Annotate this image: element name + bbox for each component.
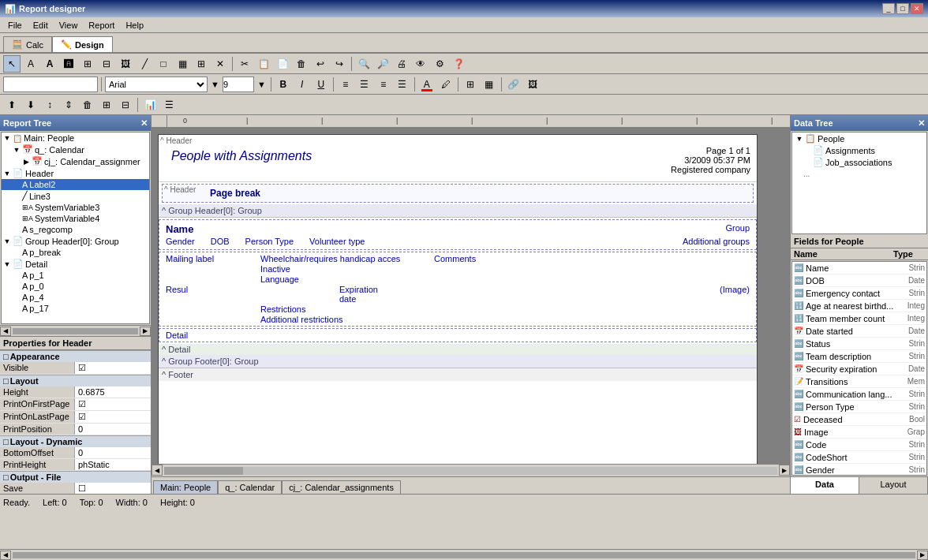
ungroup-button[interactable]: ⊟ <box>117 96 134 114</box>
tree-node-p1[interactable]: A p_1 <box>2 270 149 281</box>
detail-body-section[interactable]: Mailing label Wheelchair/requires handic… <box>159 252 757 327</box>
preview-button[interactable]: 👁 <box>412 55 429 73</box>
report-tree-close[interactable]: ✕ <box>140 118 148 129</box>
field-row-deceased[interactable]: ☑ Deceased Bool <box>792 413 926 426</box>
tree-node-pbreak[interactable]: A p_break <box>2 247 149 258</box>
props-section-appearance[interactable]: □ Appearance <box>0 350 151 362</box>
menu-edit[interactable]: Edit <box>28 20 53 31</box>
align-left-button[interactable]: ≡ <box>337 76 354 93</box>
delete-row-button[interactable]: 🗑 <box>79 96 96 114</box>
canvas-hscroll[interactable]: ◀ ▶ <box>152 464 790 476</box>
calendar-section[interactable]: Detail <box>159 328 757 342</box>
props-section-output[interactable]: □ Output - File <box>0 471 151 483</box>
table-tool-button[interactable]: ▦ <box>174 55 191 73</box>
tree-scroll-left[interactable]: ◀ <box>0 327 11 336</box>
align-top-button[interactable]: ⬆ <box>3 96 21 114</box>
field-row-codeshort[interactable]: 🔤 CodeShort Strin <box>792 451 926 464</box>
border-button[interactable]: ⊞ <box>462 76 479 93</box>
props-value-printlast[interactable]: ☑ <box>75 411 151 423</box>
props-value-height[interactable]: 0.6875 <box>75 386 151 398</box>
text-tool-button[interactable]: A <box>22 55 39 73</box>
highlight-button[interactable]: 🖊 <box>437 76 455 93</box>
fields-area[interactable]: 🔤 Name Strin 🔤 DOB Date 🔤 Emergency cont… <box>791 261 927 476</box>
tree-node-main-people[interactable]: ▼ 📋 Main: People <box>2 133 149 144</box>
align-vert-center-button[interactable]: ↕ <box>41 96 58 114</box>
field-row-gender[interactable]: 🔤 Gender Strin <box>792 464 926 476</box>
data-tree-node-people[interactable]: ▼ 📋 People <box>792 133 926 144</box>
style-input[interactable] <box>3 77 98 92</box>
data-tree-area[interactable]: ▼ 📋 People 📄 Assignments 📄 Job_associati… <box>791 132 927 234</box>
props-value-printpos[interactable]: 0 <box>75 424 151 435</box>
bottom-tab-calendar-assign[interactable]: cj_: Calendar_assignments <box>282 480 401 494</box>
db-field-button[interactable]: ⊞ <box>79 55 96 73</box>
tree-node-group-header[interactable]: ▼ 📄 Group Header[0]: Group <box>2 235 149 247</box>
tree-node-p4[interactable]: A p_4 <box>2 292 149 303</box>
underline-button[interactable]: U <box>312 76 330 93</box>
delete-button[interactable]: 🗑 <box>293 55 310 73</box>
redo-button[interactable]: ↪ <box>331 55 348 73</box>
settings-button[interactable]: ⚙ <box>431 55 448 73</box>
minimize-button[interactable]: _ <box>882 3 895 14</box>
cut-button[interactable]: ✂ <box>236 55 253 73</box>
chart-button[interactable]: 📊 <box>141 96 159 114</box>
zoom-out-button[interactable]: 🔎 <box>374 55 391 73</box>
grid-tool-button[interactable]: ⊞ <box>193 55 210 73</box>
align-center-button[interactable]: ☰ <box>356 76 373 93</box>
field-row-team-count[interactable]: 🔢 Team member count Integ <box>792 312 926 325</box>
tree-node-detail[interactable]: ▼ 📄 Detail <box>2 258 149 270</box>
undo-button[interactable]: ↩ <box>312 55 329 73</box>
font-size-input[interactable] <box>223 77 254 92</box>
cross-button[interactable]: ✕ <box>211 55 229 73</box>
data-tree-node-job-assoc[interactable]: 📄 Job_associations <box>792 156 926 168</box>
design-canvas[interactable]: ^ Header People with Assignments Page 1 … <box>158 134 758 464</box>
list-button[interactable]: ☰ <box>160 96 178 114</box>
detail-name-row[interactable]: Name Group Gender DOB Person Type Volunt… <box>159 219 757 250</box>
canvas-scroll[interactable]: ^ Header People with Assignments Page 1 … <box>152 128 790 464</box>
tab-calc[interactable]: 🧮 Calc <box>3 36 52 52</box>
italic-button[interactable]: I <box>294 76 311 93</box>
font-name-select[interactable]: Arial <box>105 77 208 92</box>
props-section-layout[interactable]: □ Layout <box>0 375 151 386</box>
link-button[interactable]: 🔗 <box>505 76 522 93</box>
tree-node-calendar-assign[interactable]: ▶ 📅 cj_: Calendar_assignmer <box>2 155 149 167</box>
tree-node-label2[interactable]: A Label2 <box>2 179 149 190</box>
hscroll-left[interactable]: ◀ <box>152 465 163 476</box>
right-tab-data[interactable]: Data <box>791 477 859 494</box>
menu-report[interactable]: Report <box>84 20 119 31</box>
menu-help[interactable]: Help <box>121 20 148 31</box>
print-button[interactable]: 🖨 <box>393 55 410 73</box>
menu-file[interactable]: File <box>3 20 27 31</box>
props-section-dynamic[interactable]: □ Layout - Dynamic <box>0 435 151 447</box>
bottom-tab-calendar[interactable]: q_: Calendar <box>218 480 282 494</box>
tree-node-calendar[interactable]: ▼ 📅 q_: Calendar <box>2 144 149 155</box>
font-color-button[interactable]: A <box>418 76 436 93</box>
system-field-button[interactable]: ⊟ <box>98 55 115 73</box>
tree-node-header[interactable]: ▼ 📄 Header <box>2 167 149 179</box>
field-tool-button[interactable]: 🅰 <box>60 55 77 73</box>
field-row-team-desc[interactable]: 🔤 Team description Strin <box>792 350 926 363</box>
report-title-field[interactable]: People with Assignments <box>165 146 318 166</box>
tree-area[interactable]: ▼ 📋 Main: People ▼ 📅 q_: Calendar ▶ 📅 cj… <box>1 132 150 324</box>
zoom-in-button[interactable]: 🔍 <box>355 55 372 73</box>
picture-button[interactable]: 🖼 <box>524 76 541 93</box>
field-row-code[interactable]: 🔤 Code Strin <box>792 439 926 451</box>
field-row-person-type[interactable]: 🔤 Person Type Strin <box>792 401 926 413</box>
tree-node-sysvar3[interactable]: ⊞A SystemVariable3 <box>2 202 149 213</box>
right-tab-layout[interactable]: Layout <box>859 477 928 494</box>
maximize-button[interactable]: □ <box>896 3 909 14</box>
field-row-emergency[interactable]: 🔤 Emergency contact Strin <box>792 287 926 300</box>
space-vert-button[interactable]: ⇕ <box>60 96 77 114</box>
close-button[interactable]: ✕ <box>911 3 923 14</box>
align-right-button[interactable]: ≡ <box>375 76 392 93</box>
field-row-age-nearest[interactable]: 🔢 Age at nearest birthd... Integ <box>792 300 926 312</box>
line-tool-button[interactable]: ╱ <box>136 55 153 73</box>
props-value-bottomoffset[interactable]: 0 <box>75 447 151 458</box>
tree-node-line3[interactable]: ╱ Line3 <box>2 190 149 202</box>
data-tree-node-assignments[interactable]: 📄 Assignments <box>792 144 926 156</box>
tree-node-p17[interactable]: A p_17 <box>2 303 149 314</box>
field-row-status[interactable]: 🔤 Status Strin <box>792 338 926 350</box>
field-row-name[interactable]: 🔤 Name Strin <box>792 262 926 274</box>
hscroll-thumb[interactable] <box>164 467 243 475</box>
field-row-dob[interactable]: 🔤 DOB Date <box>792 274 926 287</box>
justify-button[interactable]: ☰ <box>394 76 411 93</box>
